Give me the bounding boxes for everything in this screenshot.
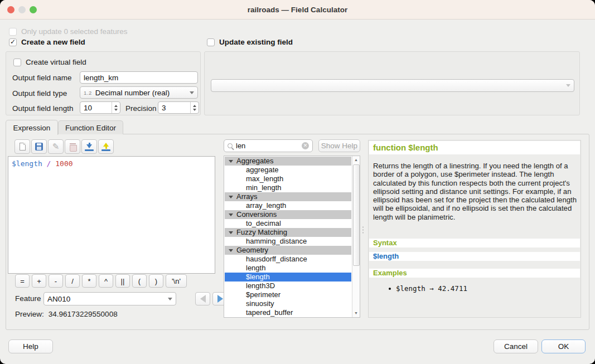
splitter-handle[interactable]	[362, 226, 364, 235]
function-item-dollar-length[interactable]: $length	[225, 273, 351, 282]
group-label: Arrays	[236, 192, 258, 201]
create-new-field-label: Create a new field	[21, 38, 85, 46]
save-expression-button[interactable]	[31, 139, 47, 154]
arrow-right-icon	[217, 295, 223, 303]
help-examples-header: Examples	[369, 269, 580, 278]
function-group-aggregates[interactable]: Aggregates	[225, 157, 351, 166]
function-item-sinuosity[interactable]: sinuosity	[225, 299, 351, 308]
function-item-hamming-distance[interactable]: hamming_distance	[225, 237, 351, 246]
function-search-box[interactable]: len	[224, 139, 313, 152]
function-group-geometry[interactable]: Geometry	[225, 246, 351, 255]
spin-up-icon[interactable]	[114, 105, 118, 107]
function-group-arrays[interactable]: Arrays	[225, 192, 351, 201]
spin-up-icon[interactable]	[193, 105, 196, 107]
new-expression-button[interactable]	[14, 139, 30, 154]
function-item-dollar-perimeter[interactable]: $perimeter	[225, 290, 351, 299]
tab-function-editor[interactable]: Function Editor	[58, 120, 123, 134]
function-group-conversions[interactable]: Conversions	[225, 210, 351, 219]
spinner-arrows[interactable]	[112, 102, 120, 113]
preview-value: 34.96173229550008	[49, 310, 118, 318]
chevron-down-icon[interactable]	[229, 231, 233, 234]
function-item-hausdorff-distance[interactable]: hausdorff_distance	[225, 255, 351, 264]
chevron-down-icon[interactable]	[229, 213, 233, 216]
ok-button[interactable]: OK	[541, 339, 586, 353]
operator-plus-button[interactable]: +	[32, 274, 46, 288]
output-field-type-combo[interactable]: 1.2 Decimal number (real)	[80, 86, 198, 99]
spin-down-icon[interactable]	[193, 109, 196, 111]
operator-multiply-button[interactable]: *	[82, 274, 96, 288]
chevron-down-icon[interactable]	[229, 160, 233, 163]
previous-feature-button	[195, 292, 210, 305]
tree-scrollbar[interactable]	[352, 156, 360, 317]
trash-icon	[70, 143, 76, 151]
export-arrow-up-icon	[101, 143, 110, 151]
checkbox-icon	[9, 28, 17, 36]
search-input[interactable]: len	[236, 142, 298, 150]
bullet-icon	[389, 288, 391, 290]
pencil-icon	[52, 142, 60, 152]
function-item-length[interactable]: length	[225, 264, 351, 273]
cancel-button-label: Cancel	[504, 342, 528, 351]
tab-expression[interactable]: Expression	[6, 120, 58, 135]
clear-search-icon[interactable]	[302, 142, 309, 149]
output-field-name-input[interactable]	[80, 71, 198, 84]
tab-function-editor-label: Function Editor	[65, 124, 116, 132]
import-expression-button[interactable]	[81, 139, 97, 154]
operator-concat-button[interactable]: ||	[115, 274, 130, 288]
spinner-arrows[interactable]	[190, 102, 199, 113]
function-group-fuzzy-matching[interactable]: Fuzzy Matching	[225, 228, 351, 237]
spin-down-icon[interactable]	[114, 109, 118, 111]
cancel-button[interactable]: Cancel	[494, 339, 538, 353]
group-label: Conversions	[236, 210, 277, 219]
function-item-tapered-buffer[interactable]: tapered_buffer	[225, 308, 351, 317]
scroll-up-icon[interactable]	[352, 156, 360, 164]
precision-spinner[interactable]: 3	[158, 101, 199, 114]
show-help-label: Show Help	[321, 142, 357, 150]
item-label: tapered_buffer	[246, 308, 293, 317]
function-item-length3d[interactable]: length3D	[225, 282, 351, 290]
function-item-min-length[interactable]: min_length	[225, 183, 351, 192]
checkbox-checked-icon[interactable]	[9, 38, 17, 46]
output-field-type-label: Output field type	[12, 89, 67, 98]
scrollbar-thumb[interactable]	[353, 164, 360, 266]
output-field-length-spinner[interactable]: 10	[80, 101, 120, 114]
preview-label: Preview:	[15, 310, 44, 318]
operator-divide-button[interactable]: /	[65, 274, 80, 288]
item-label: $perimeter	[246, 290, 280, 299]
function-item-aggregate[interactable]: aggregate	[225, 166, 351, 174]
function-item-to-decimal[interactable]: to_decimal	[225, 219, 351, 228]
decimal-type-icon: 1.2	[84, 90, 92, 96]
item-label: max_length	[246, 174, 283, 183]
precision-label: Precision	[125, 104, 157, 113]
group-label: Geometry	[236, 246, 268, 254]
feature-combo[interactable]: AN010	[43, 292, 176, 305]
chevron-down-icon	[168, 298, 172, 300]
function-item-max-length[interactable]: max_length	[225, 174, 351, 183]
chevron-down-icon[interactable]	[229, 249, 233, 252]
export-expression-button[interactable]	[98, 139, 114, 154]
import-arrow-down-icon	[85, 143, 94, 151]
checkbox-icon[interactable]	[13, 59, 21, 66]
delete-expression-button	[65, 139, 80, 154]
save-icon	[35, 143, 43, 151]
create-new-field-checkbox[interactable]: Create a new field	[9, 38, 85, 46]
operator-power-button[interactable]: ^	[99, 274, 113, 288]
function-item-array-length[interactable]: array_length	[225, 201, 351, 210]
expression-editor[interactable]: $length / 1000	[8, 156, 215, 274]
checkbox-icon[interactable]	[207, 38, 215, 46]
preview-row: Preview: 34.96173229550008	[15, 310, 118, 318]
scroll-down-icon[interactable]	[352, 309, 360, 317]
chevron-down-icon[interactable]	[229, 196, 233, 198]
feature-label: Feature	[15, 292, 41, 305]
help-button[interactable]: Help	[8, 339, 53, 353]
create-virtual-field-checkbox[interactable]: Create virtual field	[13, 58, 86, 66]
only-update-selected-checkbox: Only update 0 selected features	[9, 27, 128, 36]
update-existing-field-checkbox[interactable]: Update existing field	[207, 38, 293, 46]
operator-newline-button[interactable]: '\n'	[166, 274, 187, 288]
item-label: hamming_distance	[246, 237, 307, 245]
operator-minus-button[interactable]: -	[49, 274, 63, 288]
operator-close-paren-button[interactable]: )	[149, 274, 163, 288]
operator-open-paren-button[interactable]: (	[132, 274, 147, 288]
function-tree[interactable]: Aggregates aggregate max_length min_leng…	[224, 156, 360, 318]
operator-equals-button[interactable]: =	[15, 274, 30, 288]
